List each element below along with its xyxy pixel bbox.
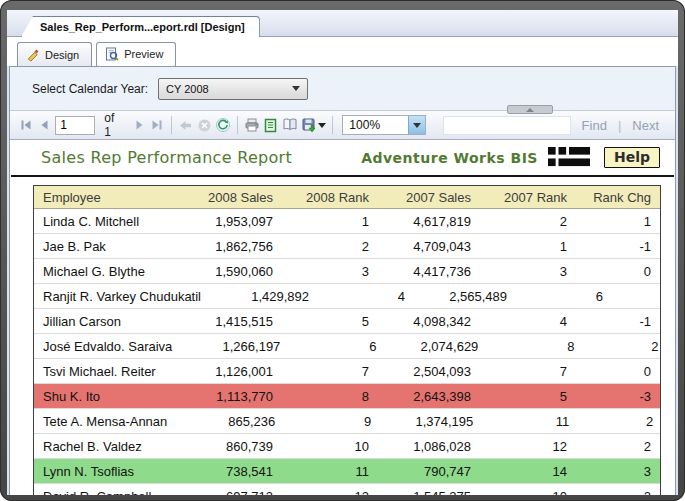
value-cell: 2,565,489 [414, 284, 516, 308]
view-tabs: Design Preview [7, 37, 678, 66]
value-cell: 2 [583, 334, 667, 358]
print-layout-button[interactable] [263, 115, 279, 135]
calendar-year-value: CY 2008 [166, 83, 292, 95]
parameter-splitter-handle[interactable] [507, 105, 553, 114]
value-cell: 1 [282, 209, 378, 233]
value-cell: 0 [576, 359, 660, 383]
find-input[interactable] [443, 116, 571, 135]
document-tab[interactable]: Sales_Rep_Perform...eport.rdl [Design] [21, 16, 260, 37]
value-cell: 2,504,093 [378, 359, 480, 383]
report-table-body: Linda C. Mitchell1,953,09714,617,81921Ja… [34, 209, 660, 495]
table-row: Ranjit R. Varkey Chudukatil1,429,89242,5… [34, 284, 660, 309]
zoom-value: 100% [343, 118, 407, 132]
export-button[interactable] [301, 115, 317, 135]
table-row: Jillian Carson1,415,51554,098,3424-1 [34, 309, 660, 334]
page-setup-button[interactable] [282, 115, 298, 135]
value-cell: 2 [282, 234, 378, 258]
preview-pane: Select Calendar Year: CY 2008 of 1 [9, 66, 676, 495]
screenshot-frame: Sales_Rep_Perform...eport.rdl [Design] D… [0, 0, 685, 501]
print-button[interactable] [244, 115, 260, 135]
value-cell: 10 [282, 434, 378, 458]
value-cell: 1,113,770 [174, 384, 282, 408]
value-cell: 1,415,515 [174, 309, 282, 333]
report-canvas: Sales Rep Performance Report Adventure W… [10, 140, 675, 495]
table-row: Linda C. Mitchell1,953,09714,617,81921 [34, 209, 660, 234]
tab-design[interactable]: Design [17, 42, 92, 66]
first-page-button[interactable] [18, 115, 34, 135]
employee-cell: Ranjit R. Varkey Chudukatil [34, 284, 210, 308]
tab-preview[interactable]: Preview [96, 42, 176, 66]
value-cell: 1,953,097 [174, 209, 282, 233]
back-button[interactable] [178, 115, 194, 135]
zoom-dropdown-button[interactable] [408, 116, 425, 134]
table-row: Tete A. Mensa-Annan865,23691,374,195112 [34, 409, 660, 434]
table-row: Shu K. Ito1,113,77082,643,3985-3 [34, 384, 660, 409]
employee-cell: Shu K. Ito [34, 384, 174, 408]
value-cell: 4 [318, 284, 414, 308]
column-header: Employee [34, 186, 174, 208]
table-row: José Edvaldo. Saraiva1,266,19762,074,629… [34, 334, 660, 359]
parameter-label: Select Calendar Year: [32, 82, 148, 96]
value-cell: 3 [480, 259, 576, 283]
employee-cell: José Edvaldo. Saraiva [34, 334, 181, 358]
value-cell: 2 [578, 409, 662, 433]
adventure-works-logo-icon [548, 147, 590, 168]
last-page-button[interactable] [150, 115, 166, 135]
employee-cell: Lynn N. Tsoflias [34, 459, 174, 483]
value-cell: -2 [576, 484, 660, 495]
value-cell: 1 [480, 234, 576, 258]
document-tabstrip: Sales_Rep_Perform...eport.rdl [Design] [7, 10, 678, 37]
value-cell: 7 [282, 359, 378, 383]
value-cell: 0 [576, 259, 660, 283]
tab-design-label: Design [45, 49, 79, 61]
value-cell: 8 [282, 384, 378, 408]
column-header: 2007 Sales [378, 186, 480, 208]
value-cell: 738,541 [174, 459, 282, 483]
calendar-year-dropdown[interactable]: CY 2008 [158, 78, 308, 100]
value-cell: 865,236 [176, 409, 284, 433]
employee-cell: David R. Campbell [34, 484, 174, 495]
value-cell: 3 [576, 459, 660, 483]
page-number-input[interactable] [55, 116, 95, 135]
collapse-up-icon [526, 108, 534, 112]
employee-cell: Linda C. Mitchell [34, 209, 174, 233]
value-cell: 5 [282, 309, 378, 333]
value-cell: 697,713 [174, 484, 282, 495]
export-dropdown-icon[interactable] [318, 123, 326, 128]
value-cell: 4,417,736 [378, 259, 480, 283]
report-toolbar: of 1 [10, 111, 675, 140]
brand-text: Adventure Works BIS [361, 150, 538, 166]
stop-button[interactable] [197, 115, 213, 135]
next-button[interactable]: Next [632, 118, 659, 133]
next-page-button[interactable] [131, 115, 147, 135]
value-cell: 2,074,629 [385, 334, 487, 358]
value-cell: -1 [576, 234, 660, 258]
find-button[interactable]: Find [582, 118, 607, 133]
value-cell: 14 [480, 459, 576, 483]
column-header: Rank Chg [576, 186, 660, 208]
refresh-button[interactable] [215, 115, 231, 135]
value-cell: 5 [480, 384, 576, 408]
value-cell: 1,429,892 [210, 284, 318, 308]
previous-page-button[interactable] [37, 115, 53, 135]
help-button[interactable]: Help [604, 147, 660, 168]
value-cell: 2 [480, 209, 576, 233]
employee-cell: Michael G. Blythe [34, 259, 174, 283]
toolbar-separator [237, 116, 238, 134]
employee-cell: Tsvi Michael. Reiter [34, 359, 174, 383]
value-cell: 8 [487, 334, 583, 358]
employee-cell: Rachel B. Valdez [34, 434, 174, 458]
value-cell: 3 [282, 259, 378, 283]
employee-cell: Jae B. Pak [34, 234, 174, 258]
report-table-header: Employee2008 Sales2008 Rank2007 Sales200… [34, 186, 660, 209]
value-cell: 1,374,195 [380, 409, 482, 433]
zoom-select[interactable]: 100% [342, 115, 425, 135]
value-cell: 11 [282, 459, 378, 483]
column-header: 2007 Rank [480, 186, 576, 208]
value-cell: 860,739 [174, 434, 282, 458]
value-cell: 10 [480, 484, 576, 495]
table-row: Michael G. Blythe1,590,06034,417,73630 [34, 259, 660, 284]
report-title: Sales Rep Performance Report [41, 148, 361, 167]
page-count-label: of 1 [104, 111, 120, 139]
toolbar-separator [332, 116, 333, 134]
